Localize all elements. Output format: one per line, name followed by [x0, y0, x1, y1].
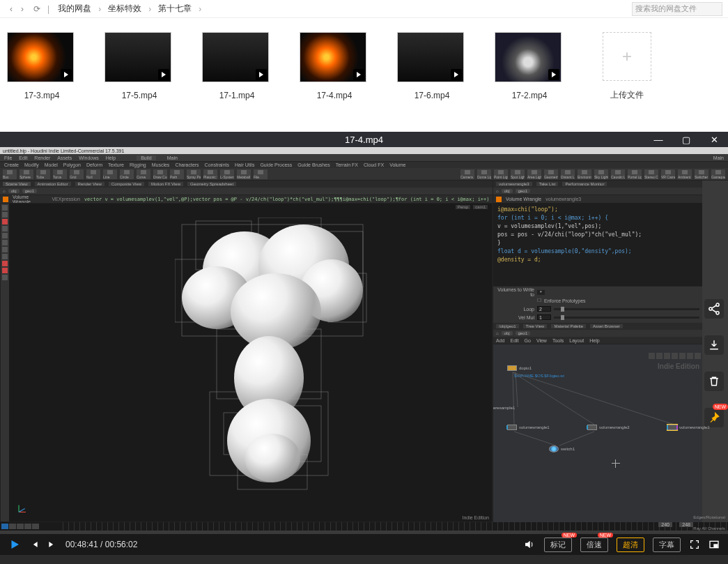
shelf-tool[interactable]: Draw Curve	[153, 169, 167, 179]
svg-line-13	[513, 372, 674, 425]
shelf-tool[interactable]: Spot Light	[511, 169, 525, 179]
shelf-tool[interactable]: Caustic Light	[611, 169, 625, 179]
download-button[interactable]	[704, 335, 724, 355]
shelf-tool[interactable]: L-System	[220, 169, 234, 179]
shelf-tool[interactable]: Area Light	[527, 169, 541, 179]
vex-code-editor[interactable]: i@max=chi("loop");for (int i = 0; i < i@…	[493, 203, 702, 287]
file-item[interactable]: 17-4.mp4	[300, 32, 369, 101]
shelf-tool[interactable]: Distant Light	[561, 169, 575, 179]
node-vw1[interactable]: volumewrangle1	[507, 425, 550, 430]
speed-button[interactable]: 倍速NEW	[580, 538, 608, 552]
shelf-tool[interactable]: Grid	[70, 169, 84, 179]
velmul-slider[interactable]	[554, 317, 699, 319]
upload-button[interactable]: + 上传文件	[592, 32, 662, 101]
shelf-tool[interactable]: Torus	[53, 169, 67, 179]
next-button[interactable]	[47, 540, 57, 549]
close-button[interactable]: ✕	[700, 132, 728, 147]
shelf-tool[interactable]: Spray Paint	[187, 169, 201, 179]
svg-line-11	[513, 372, 514, 425]
loop-slider[interactable]	[554, 308, 699, 310]
minimize-button[interactable]: —	[644, 132, 672, 147]
node-resample[interactable]: eresample1	[493, 406, 515, 410]
shelf-tool[interactable]: Camera	[460, 169, 474, 179]
pip-button[interactable]	[708, 539, 720, 550]
shelf-tool[interactable]: Path	[170, 169, 184, 179]
vp-tool-icon[interactable]	[2, 268, 8, 273]
shelf-tool[interactable]: Environment Light	[578, 169, 591, 179]
vp-tool-icon[interactable]	[2, 275, 8, 280]
breadcrumb-mid[interactable]: 坐标特效	[101, 3, 148, 15]
mark-button[interactable]: 标记NEW	[544, 538, 572, 552]
maximize-button[interactable]: ▢	[672, 132, 700, 147]
play-icon	[61, 69, 72, 80]
shelf-tool[interactable]: Null	[86, 169, 100, 179]
file-item[interactable]: 17-2.mp4	[495, 32, 564, 101]
vp-tool-icon[interactable]	[2, 247, 8, 252]
wrangle-icon	[3, 197, 8, 202]
vp-tool-icon[interactable]	[2, 261, 8, 266]
vp-tool-icon[interactable]	[2, 254, 8, 259]
vp-tool-icon[interactable]	[2, 205, 8, 211]
node-dopio[interactable]: dopio1	[507, 365, 532, 371]
shelf-tool[interactable]: Platonic Solids	[203, 169, 217, 179]
smoke-simulation	[175, 218, 370, 496]
shelf-tool[interactable]: Sky Light	[594, 169, 608, 179]
play-icon	[256, 69, 267, 80]
scene-viewport[interactable]: Persp cam1	[0, 203, 493, 522]
shelf-tool[interactable]: Gamepad Camera	[711, 169, 725, 179]
prev-button[interactable]	[29, 540, 39, 549]
subtitle-button[interactable]: 字幕	[653, 538, 681, 552]
delete-button[interactable]	[704, 372, 724, 391]
vp-tool-icon[interactable]	[2, 212, 8, 218]
play-button[interactable]	[8, 538, 21, 551]
vp-tool-icon[interactable]	[2, 233, 8, 238]
shelf-tool[interactable]: Metaball	[237, 169, 251, 179]
video-thumbnail	[300, 32, 366, 82]
breadcrumb-root[interactable]: 我的网盘	[51, 3, 98, 15]
shelf-tool[interactable]: File	[254, 169, 268, 179]
file-item[interactable]: 17-5.mp4	[104, 32, 174, 101]
file-item[interactable]: 17-3.mp4	[7, 32, 77, 101]
shelf-tool[interactable]: Circle	[120, 169, 134, 179]
shelf-tool[interactable]: Dome Light	[477, 169, 491, 179]
param-tabs: volumewrangle3 Take List Performance Mon…	[493, 181, 702, 188]
node-vw2[interactable]: volumewrangle2	[587, 425, 630, 430]
shelf-tool[interactable]: Stereo Camera	[644, 169, 658, 179]
video-thumbnail	[7, 32, 74, 82]
share-button[interactable]	[704, 299, 724, 319]
file-item[interactable]: 17-1.mp4	[202, 32, 272, 101]
vp-tool-icon[interactable]	[2, 219, 8, 224]
fullscreen-button[interactable]	[689, 539, 700, 550]
pin-button[interactable]: NEW	[704, 408, 724, 427]
shelf-tool[interactable]: Ambient Light	[678, 169, 692, 179]
quality-button[interactable]: 超清	[617, 538, 644, 552]
shelf-tool[interactable]: VR Camera	[661, 169, 675, 179]
video-thumbnail	[495, 32, 562, 82]
shelf-tool[interactable]: Line	[103, 169, 117, 179]
shelf-tool[interactable]: Tube	[36, 169, 50, 179]
shelf-tool[interactable]: Sphere	[20, 169, 33, 179]
nav-back-icon[interactable]: ‹	[6, 4, 17, 14]
houdini-timeline[interactable]: 240 248 Edges/Rotational Ray All Channel…	[0, 522, 728, 531]
shelf-tool[interactable]: Point Light	[494, 169, 508, 179]
viewport-toolbar	[1, 204, 9, 521]
search-input[interactable]: 搜索我的网盘文件	[632, 2, 722, 16]
svg-line-12	[513, 372, 594, 425]
refresh-icon[interactable]: ⟳	[28, 4, 46, 14]
vp-tool-icon[interactable]	[2, 240, 8, 245]
shelf-tool[interactable]: Switcher	[695, 169, 708, 179]
nav-fwd-icon[interactable]: ›	[17, 4, 28, 14]
node-switch[interactable]: switch1	[549, 445, 575, 452]
volume-button[interactable]	[523, 538, 536, 551]
breadcrumb-chapter[interactable]: 第十七章	[151, 3, 199, 15]
node-vw3[interactable]: volumewrangle3	[667, 425, 710, 430]
shelf-tool[interactable]: Curve	[137, 169, 150, 179]
shelf-tool[interactable]: Portal Light	[628, 169, 642, 179]
time-display: 00:48:41 / 00:56:02	[65, 540, 137, 549]
network-editor[interactable]: Indie Edition dopio1 $HIP/AME.$OS.$F.bge…	[493, 344, 702, 522]
shelf-tool[interactable]: Geometry Light	[544, 169, 558, 179]
file-item[interactable]: 17-6.mp4	[397, 32, 467, 101]
shelf-tool[interactable]: Box	[3, 169, 17, 179]
wrangle-icon	[496, 197, 502, 202]
vp-tool-icon[interactable]	[2, 226, 8, 231]
